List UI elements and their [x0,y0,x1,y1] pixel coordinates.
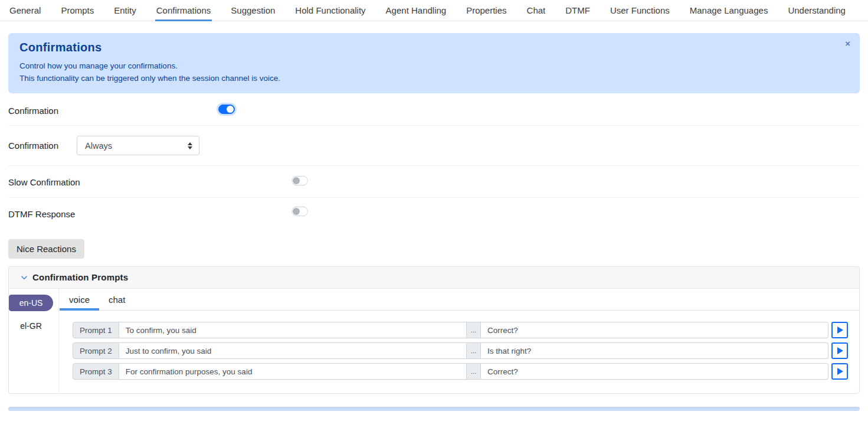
play-icon [837,327,843,334]
slow-confirmation-row: Slow Confirmation [8,166,860,198]
prompt-3-more-button[interactable]: ... [467,363,481,380]
chevron-down-icon [20,273,28,282]
prompt-2-text-input[interactable] [119,342,467,359]
tab-entity[interactable]: Entity [113,0,137,21]
banner-line-2: This functionality can be triggered only… [19,72,836,84]
confirmation-toggle-label: Confirmation [8,106,58,116]
prompt-row-3: Prompt 3 ... [73,363,848,380]
select-updown-caret-icon [188,142,192,149]
tab-agent-handling[interactable]: Agent Handling [385,0,448,21]
prompt-row-1: Prompt 1 ... [73,322,848,338]
tab-understanding[interactable]: Understanding [787,0,847,21]
prompts-content: voice chat Prompt 1 ... Prompt 2 ... [59,289,859,393]
prompt-1-play-button[interactable] [831,322,848,338]
prompt-1-more-button[interactable]: ... [467,322,481,338]
prompt-1-question-input[interactable] [481,322,828,338]
confirmation-select-value: Always [85,141,112,151]
toggle-knob [293,177,300,184]
tab-hold-functionality[interactable]: Hold Functionality [294,0,366,21]
banner-line-1: Control how you manage your confirmation… [19,60,836,72]
play-icon [837,347,843,354]
play-icon [837,368,843,375]
toggle-knob [227,106,234,113]
banner-title: Confirmations [19,41,836,54]
language-tab-el-gr[interactable]: el-GR [9,318,53,334]
prompt-1-text-input[interactable] [119,322,467,338]
dtmf-response-row: DTMF Response [8,198,860,226]
channel-tab-bar: voice chat [59,289,859,311]
language-tab-en-us[interactable]: en-US [9,295,53,311]
nice-reactions-button[interactable]: Nice Reactions [8,239,84,259]
dtmf-response-toggle[interactable] [291,207,308,216]
tab-general[interactable]: General [8,0,42,21]
prompt-3-chip: Prompt 3 [73,363,119,380]
toggle-knob [293,208,300,215]
confirmation-prompts-header[interactable]: Confirmation Prompts [9,267,859,289]
tab-dtmf[interactable]: DTMF [564,0,591,21]
confirmation-select-label: Confirmation [8,141,58,151]
confirmation-select[interactable]: Always [77,136,199,155]
language-tabs: en-US el-GR [9,289,59,393]
channel-tab-chat[interactable]: chat [99,289,135,311]
confirmation-toggle-row: Confirmation [8,93,860,126]
tab-prompts[interactable]: Prompts [60,0,95,21]
prompt-2-more-button[interactable]: ... [467,342,481,359]
channel-tab-voice[interactable]: voice [60,289,99,311]
prompt-3-play-button[interactable] [831,363,848,380]
panel-title: Confirmation Prompts [32,272,128,282]
confirmation-prompts-panel: Confirmation Prompts en-US el-GR voice c… [8,266,860,394]
prompt-2-play-button[interactable] [831,342,848,359]
horizontal-scrollbar[interactable] [8,407,860,411]
prompt-3-question-input[interactable] [481,363,828,380]
tab-chat[interactable]: Chat [526,0,547,21]
confirmation-toggle[interactable] [218,105,235,114]
tab-user-functions[interactable]: User Functions [609,0,671,21]
tab-properties[interactable]: Properties [465,0,507,21]
prompt-3-text-input[interactable] [119,363,467,380]
prompt-2-chip: Prompt 2 [73,342,119,359]
prompt-2-question-input[interactable] [481,342,828,359]
dtmf-response-label: DTMF Response [8,209,75,219]
confirmations-info-banner: Confirmations Control how you manage you… [8,33,860,93]
settings-section: Confirmation Confirmation Always Slow Co… [8,93,860,226]
panel-body: en-US el-GR voice chat Prompt 1 ... Prom… [9,289,859,393]
tab-confirmations[interactable]: Confirmations [155,0,212,21]
close-icon[interactable]: × [845,39,850,48]
tab-manage-languages[interactable]: Manage Languages [689,0,769,21]
top-tab-bar: General Prompts Entity Confirmations Sug… [0,0,868,21]
prompt-1-chip: Prompt 1 [73,322,119,338]
prompt-rows: Prompt 1 ... Prompt 2 ... Prompt 3 [59,311,859,393]
tab-suggestion[interactable]: Suggestion [230,0,276,21]
slow-confirmation-toggle[interactable] [291,176,308,185]
confirmation-select-row: Confirmation Always [8,126,860,166]
slow-confirmation-label: Slow Confirmation [8,177,80,187]
prompt-row-2: Prompt 2 ... [73,342,848,359]
